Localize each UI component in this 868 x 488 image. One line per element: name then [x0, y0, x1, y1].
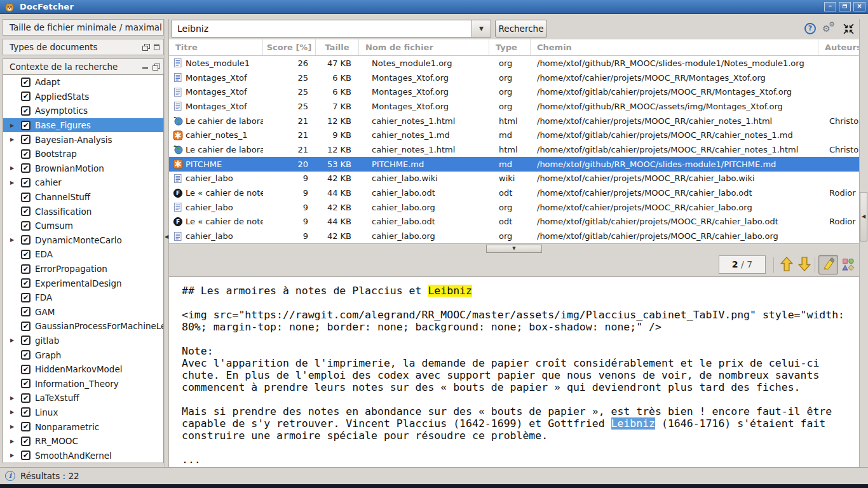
expand-arrow-icon[interactable]: ▶ [10, 452, 17, 458]
tree-item[interactable]: ▶✔Adapt [3, 75, 163, 90]
tree-item[interactable]: ▶✔cahier [3, 175, 163, 190]
highlight-toggle-button[interactable] [818, 255, 838, 274]
tree-item[interactable]: ▶✔Bayesian-Analysis [3, 132, 163, 147]
tree-item[interactable]: ▶✔Linux [3, 405, 163, 420]
checkbox[interactable]: ✔ [21, 407, 31, 417]
compact-view-icon[interactable] [843, 23, 855, 35]
column-header-taille[interactable]: Taille [316, 39, 359, 55]
column-header-nom[interactable]: Nom de fichier [359, 39, 489, 55]
table-row[interactable]: Notes_module12647 KBNotes_module1.orgorg… [169, 56, 859, 71]
tree-item[interactable]: ▶✔Base_Figures [3, 118, 163, 133]
tree-item[interactable]: ▶✔FDA [3, 290, 163, 305]
checkbox[interactable]: ✔ [21, 178, 31, 187]
checkbox[interactable]: ✔ [21, 336, 31, 345]
tree-item[interactable]: ▶✔Graph [3, 348, 163, 362]
tree-item[interactable]: ▶✔DynamicMonteCarlo [3, 233, 163, 248]
maximize-panel-icon[interactable] [154, 44, 159, 50]
table-row[interactable]: cahier_notes_1219 KBcahier_notes_1.mdmd/… [169, 128, 859, 142]
checkbox[interactable]: ✔ [21, 135, 31, 144]
checkbox[interactable]: ✔ [21, 149, 31, 159]
tree-item[interactable]: ▶✔Classification [3, 204, 163, 219]
expand-arrow-icon[interactable]: ▶ [10, 165, 17, 171]
tree-item[interactable]: ▶✔BrownianMotion [3, 161, 163, 176]
panel-size-filter[interactable]: Taille de fichier minimale / maximal [3, 19, 164, 36]
column-header-score[interactable]: Score [%] [263, 39, 316, 55]
expand-arrow-icon[interactable]: ▶ [10, 123, 17, 128]
checkbox[interactable]: ✔ [21, 106, 31, 116]
expand-arrow-icon[interactable]: ▶ [10, 424, 17, 430]
table-row[interactable]: FLe « cahier de note944 KBcahier_labo.od… [169, 215, 859, 229]
previous-match-button[interactable] [779, 256, 794, 273]
collapse-preview-button[interactable]: ▼ [486, 245, 542, 253]
checkbox[interactable]: ✔ [21, 235, 31, 245]
checkbox[interactable]: ✔ [21, 451, 31, 460]
table-row[interactable]: FLe « cahier de note944 KBcahier_labo.od… [169, 186, 859, 200]
checkbox[interactable]: ✔ [21, 307, 31, 316]
right-sash-button[interactable]: ◀ [860, 192, 867, 241]
checkbox[interactable]: ✔ [21, 250, 31, 259]
checkbox[interactable]: ✔ [21, 365, 31, 374]
tree-item[interactable]: ▶✔SmoothAndKernel [3, 448, 163, 463]
table-row[interactable]: Montages_Xtof256 KBMontages_Xtof.orgorg/… [169, 85, 859, 99]
checkbox[interactable]: ✔ [21, 264, 31, 274]
column-header-chemin[interactable]: Chemin [531, 39, 818, 55]
help-icon[interactable]: ? [804, 23, 816, 34]
tree-item[interactable]: ▶✔ExperimentalDesign [3, 276, 163, 290]
table-row[interactable]: PITCHME2053 KBPITCHME.mdmd/home/xtof/git… [169, 157, 859, 172]
table-row[interactable]: Le cahier de labora2112 KBcahier_notes_1… [169, 142, 859, 157]
expand-arrow-icon[interactable]: ▶ [10, 137, 17, 142]
column-header-type[interactable]: Type [489, 39, 531, 55]
tree-item[interactable]: ▶✔LaTeXstuff [3, 391, 163, 405]
table-row[interactable]: Montages_Xtof257 KBMontages_Xtof.orgorg/… [169, 99, 859, 114]
restore-button[interactable] [839, 2, 851, 11]
tree-item[interactable]: ▶✔ErrorPropagation [3, 262, 163, 276]
tree-item[interactable]: ▶✔Asymptotics [3, 104, 163, 118]
search-input[interactable] [172, 20, 471, 37]
search-history-dropdown[interactable]: ▼ [471, 20, 491, 37]
left-sash[interactable]: ◀ [164, 19, 169, 467]
tree-item[interactable]: ▶✔GAM [3, 305, 163, 320]
next-match-button[interactable] [797, 256, 812, 273]
panel-search-scope[interactable]: Contexte de la recherche [3, 58, 164, 75]
checkbox[interactable]: ✔ [21, 422, 31, 431]
match-pager[interactable]: 2 / 7 [719, 255, 766, 274]
table-row[interactable]: cahier_labo942 KBcahier_labo.orgorg/home… [169, 200, 859, 215]
close-button[interactable]: × [853, 2, 865, 11]
tree-item[interactable]: ▶✔HiddenMarkovModel [3, 362, 163, 377]
preview-mode-icon[interactable] [841, 258, 855, 272]
expand-arrow-icon[interactable]: ▶ [10, 409, 17, 415]
tree-item[interactable]: ▶✔Cumsum [3, 219, 163, 233]
checkbox[interactable]: ✔ [21, 207, 31, 216]
tree-item[interactable]: ▶✔ChannelStuff [3, 190, 163, 205]
table-row[interactable]: Montages_Xtof256 KBMontages_Xtof.orgorg/… [169, 71, 859, 85]
table-row[interactable]: Le cahier de labora2112 KBcahier_notes_1… [169, 114, 859, 128]
checkbox[interactable]: ✔ [21, 379, 31, 388]
column-header-titre[interactable]: Titre [169, 39, 263, 55]
tree-item[interactable]: ▶✔AppliedStats [3, 90, 163, 104]
checkbox[interactable]: ✔ [21, 437, 31, 446]
column-header-auteurs[interactable]: Auteurs [818, 39, 859, 55]
preview-pane[interactable]: ## Les armoires à notes de Placcius et L… [169, 276, 859, 467]
checkbox[interactable]: ✔ [21, 221, 31, 231]
table-row[interactable]: cahier_labo942 KBcahier_labo.orgorg/home… [169, 229, 859, 243]
tree-item[interactable]: ▶✔Bootstrap [3, 147, 163, 161]
tree-item[interactable]: ▶✔GaussianProcessForMachineLea [3, 319, 163, 334]
expand-arrow-icon[interactable]: ▶ [10, 237, 17, 243]
tree-item[interactable]: ▶✔RR_MOOC [3, 434, 163, 449]
expand-arrow-icon[interactable]: ▶ [10, 337, 17, 343]
preferences-gears-icon[interactable]: ⚙ ⚙ [822, 22, 837, 34]
restore-panel-icon[interactable] [142, 44, 149, 50]
checkbox[interactable]: ✔ [21, 78, 31, 87]
checkbox[interactable]: ✔ [21, 193, 31, 202]
checkbox[interactable]: ✔ [21, 322, 31, 331]
expand-arrow-icon[interactable]: ▶ [10, 438, 17, 444]
checkbox[interactable]: ✔ [21, 92, 31, 101]
checkbox[interactable]: ✔ [21, 163, 31, 173]
expand-arrow-icon[interactable]: ▶ [10, 395, 17, 401]
restore-panel-icon[interactable] [153, 64, 159, 70]
collapse-left-icon[interactable]: ◀ [165, 234, 168, 240]
search-button[interactable]: Recherche [495, 20, 547, 37]
minimize-button[interactable]: – [824, 2, 836, 11]
tree-item[interactable]: ▶✔EDA [3, 247, 163, 262]
tree-item[interactable]: ▶✔gitlab [3, 334, 163, 348]
